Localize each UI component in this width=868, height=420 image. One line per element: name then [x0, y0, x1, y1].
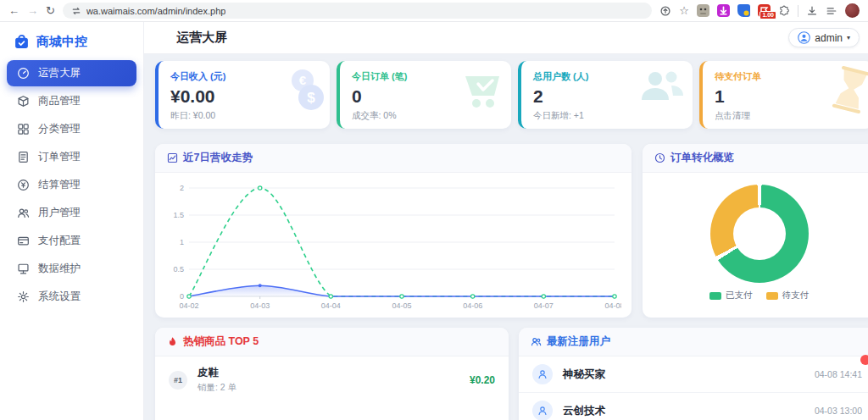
brand-name: 商城中控 — [36, 34, 87, 50]
line-chart-icon — [167, 152, 178, 163]
product-amount: ¥0.20 — [470, 374, 495, 386]
order-icon — [17, 151, 30, 163]
settlement-icon — [17, 179, 30, 191]
donut-chart — [710, 185, 809, 283]
sidebar-menu: 运营大屏商品管理分类管理订单管理结算管理用户管理支付配置数据维护系统设置 — [0, 60, 143, 310]
panel-title: 热销商品 TOP 5 — [183, 334, 259, 349]
extensions-puzzle-icon[interactable] — [778, 5, 790, 17]
latest-users-header: 最新注册用户 — [519, 328, 868, 356]
stat-card-3[interactable]: 待支付订单1点击清理 — [699, 61, 868, 129]
svg-text:04-03: 04-03 — [250, 301, 270, 310]
settings-icon — [17, 290, 30, 303]
extension-blue-icon[interactable] — [737, 4, 750, 17]
share-icon[interactable] — [659, 5, 671, 17]
bottom-row: 热销商品 TOP 5 #1皮鞋销量: 2 单¥0.20 最新注册用户 神秘买家0… — [155, 328, 868, 420]
sidebar-item-data[interactable]: 数据维护 — [7, 256, 136, 282]
browser-chrome: ← → ↻ wa.waimais.com/admin/index.php ☆ 1… — [0, 0, 868, 22]
svg-text:04-04: 04-04 — [321, 301, 341, 310]
sidebar-item-settlement[interactable]: 结算管理 — [7, 172, 136, 198]
notification-badge — [860, 355, 868, 365]
sidebar-item-users[interactable]: 用户管理 — [7, 200, 136, 226]
reload-icon[interactable]: ↻ — [46, 5, 55, 16]
shop-bag-icon — [14, 34, 30, 50]
data-icon — [17, 262, 30, 275]
sidebar-item-label: 数据维护 — [38, 262, 81, 276]
sidebar-item-label: 用户管理 — [38, 206, 81, 220]
address-bar[interactable]: wa.waimais.com/admin/index.php — [63, 3, 652, 19]
back-icon[interactable]: ← — [8, 5, 19, 16]
chevron-down-icon: ▾ — [847, 34, 850, 41]
sidebar-item-category[interactable]: 分类管理 — [7, 116, 136, 142]
revenue-trend-panel: 近7日营收走势 00.511.5204-0204-0304-0404-0504-… — [155, 144, 632, 318]
extension-red-icon[interactable]: 1.00 — [758, 4, 771, 17]
legend-label: 已支付 — [726, 290, 753, 301]
svg-text:04-06: 04-06 — [463, 301, 482, 310]
admin-app: 商城中控 运营大屏商品管理分类管理订单管理结算管理用户管理支付配置数据维护系统设… — [0, 22, 868, 420]
svg-text:04-05: 04-05 — [392, 301, 411, 310]
svg-text:04-08: 04-08 — [604, 301, 621, 310]
donut-legend: 已支付待支付 — [643, 290, 868, 301]
line-chart-body: 00.511.5204-0204-0304-0404-0504-0604-070… — [155, 173, 632, 320]
svg-text:$: $ — [307, 90, 315, 106]
site-info-icon[interactable] — [71, 6, 81, 16]
sidebar-item-label: 商品管理 — [38, 94, 81, 108]
cart-bg-icon — [457, 66, 508, 117]
extension-monkey-icon[interactable] — [697, 4, 709, 17]
dashboard-icon — [17, 67, 30, 80]
svg-text:0.5: 0.5 — [173, 265, 184, 274]
sidebar-item-label: 系统设置 — [38, 290, 81, 304]
sidebar-item-label: 订单管理 — [38, 150, 81, 164]
extension-badge: 1.00 — [760, 11, 776, 19]
profile-avatar-icon[interactable] — [845, 3, 860, 18]
flame-icon — [167, 336, 178, 347]
stat-card-2[interactable]: 总用户数 (人)2今日新增: +1 — [518, 61, 693, 129]
toolbar-divider — [798, 5, 798, 17]
admin-avatar-icon — [798, 31, 810, 44]
bookmark-star-icon[interactable]: ☆ — [679, 5, 689, 16]
sidebar-item-product[interactable]: 商品管理 — [7, 88, 136, 114]
hot-products-list: #1皮鞋销量: 2 单¥0.20 — [155, 356, 509, 403]
stat-card-1[interactable]: 今日订单 (笔)0成交率: 0% — [337, 61, 511, 129]
user-row: 神秘买家04-08 14:41 — [519, 356, 868, 393]
extension-downloader-icon[interactable] — [717, 4, 730, 17]
sidebar-item-payment[interactable]: 支付配置 — [7, 228, 136, 254]
product-row: #1皮鞋销量: 2 单¥0.20 — [155, 356, 509, 403]
sidebar-item-order[interactable]: 订单管理 — [7, 144, 136, 170]
stat-card-0[interactable]: 今日收入 (元)¥0.00昨日: ¥0.00€$ — [155, 61, 330, 129]
page-title: 运营大屏 — [176, 30, 227, 46]
user-name: 云创技术 — [563, 404, 804, 418]
main-area: 运营大屏 admin ▾ 今日收入 (元)¥0.00昨日: ¥0.00€$今日订… — [144, 22, 868, 420]
sidebar-item-label: 分类管理 — [38, 122, 81, 136]
coins-bg-icon: €$ — [277, 66, 326, 119]
svg-text:1.5: 1.5 — [173, 211, 184, 219]
product-name: 皮鞋 — [198, 366, 459, 380]
revenue-trend-chart: 00.511.5204-0204-0304-0404-0504-0604-070… — [164, 174, 621, 317]
users-bg-icon — [637, 66, 689, 113]
legend-item: 待支付 — [766, 290, 810, 301]
downloads-icon[interactable] — [806, 5, 818, 17]
user-register-time: 04-03 13:00 — [815, 406, 862, 416]
user-row: 云创技术04-03 13:00 — [519, 393, 868, 420]
category-icon — [17, 123, 30, 135]
svg-text:2: 2 — [180, 184, 184, 192]
legend-label: 待支付 — [782, 290, 810, 301]
svg-text:0: 0 — [180, 292, 184, 301]
hot-products-header: 热销商品 TOP 5 — [155, 328, 509, 356]
svg-text:1: 1 — [180, 238, 184, 246]
brand-logo: 商城中控 — [0, 27, 143, 60]
admin-menu-button[interactable]: admin ▾ — [788, 28, 860, 47]
user-register-time: 04-08 14:41 — [815, 369, 862, 379]
product-icon — [17, 95, 30, 108]
sidebar-item-label: 结算管理 — [38, 178, 81, 192]
svg-text:04-07: 04-07 — [534, 301, 554, 310]
forward-icon[interactable]: → — [27, 5, 38, 16]
tab-list-icon[interactable] — [826, 5, 837, 17]
users-icon — [531, 336, 542, 347]
sidebar-item-dashboard[interactable]: 运营大屏 — [7, 60, 136, 86]
users-icon — [17, 207, 30, 219]
latest-users-list: 神秘买家04-08 14:41云创技术04-03 13:00 — [519, 356, 868, 420]
svg-text:04-02: 04-02 — [179, 301, 198, 310]
sidebar-item-settings[interactable]: 系统设置 — [7, 284, 136, 310]
sidebar: 商城中控 运营大屏商品管理分类管理订单管理结算管理用户管理支付配置数据维护系统设… — [0, 22, 144, 420]
hourglass-bg-icon — [832, 66, 868, 117]
